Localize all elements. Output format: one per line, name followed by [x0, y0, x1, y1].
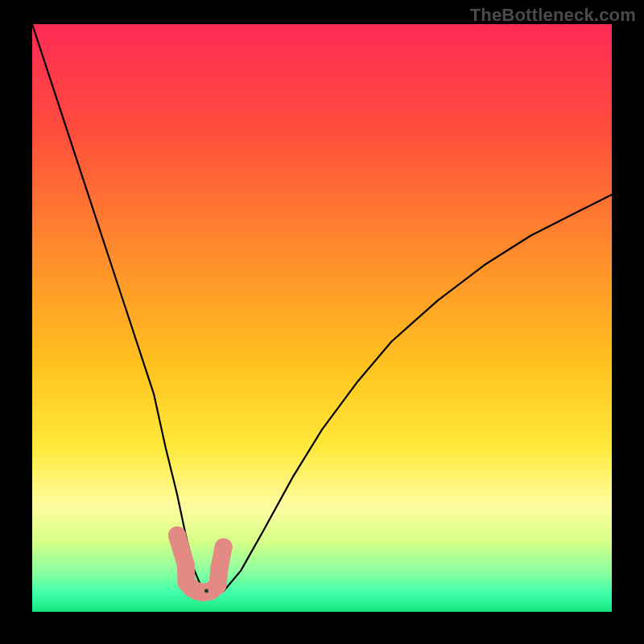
- chart-frame: TheBottleneck.com: [0, 0, 644, 644]
- watermark-text: TheBottleneck.com: [470, 5, 636, 26]
- chart-canvas: [32, 24, 612, 612]
- marker-dot: [168, 526, 186, 544]
- marker-dot: [215, 539, 233, 556]
- min-point-dot: [204, 588, 208, 592]
- marker-dot: [211, 559, 229, 576]
- marker-dot: [177, 556, 195, 574]
- plot-area: [32, 24, 612, 612]
- marker-dot: [208, 576, 226, 594]
- gradient-background: [32, 24, 612, 612]
